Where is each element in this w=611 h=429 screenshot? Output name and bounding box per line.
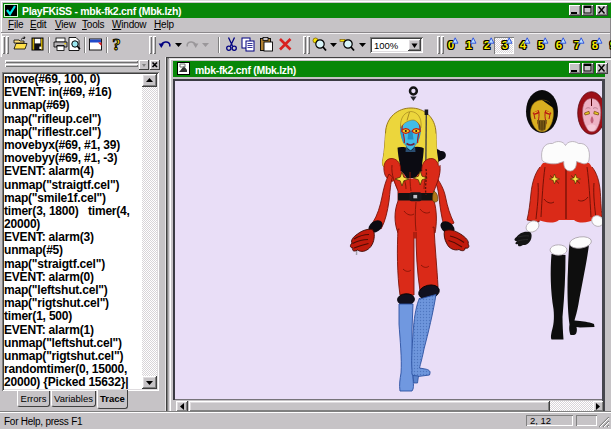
svg-text:?: ? [112, 36, 121, 53]
